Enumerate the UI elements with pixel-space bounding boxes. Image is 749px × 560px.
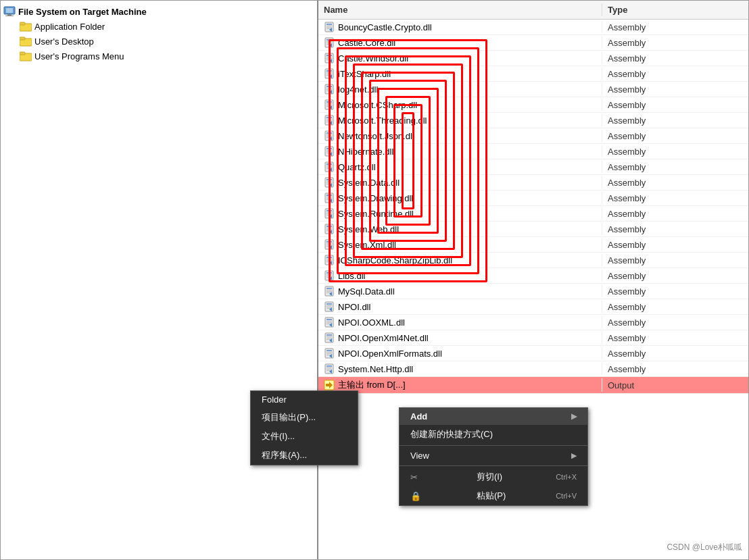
file-name-cell: Microsoft.CSharp.dll bbox=[318, 99, 602, 111]
svg-rect-98 bbox=[327, 246, 331, 247]
context-menu-left: Folder 项目输出(P)... 文件(I)... 程序集(A)... bbox=[250, 390, 358, 465]
file-row[interactable]: NHibernate.dllAssembly bbox=[318, 144, 748, 159]
file-row[interactable]: Microsoft.CSharp.dllAssembly bbox=[318, 97, 748, 113]
svg-rect-41 bbox=[327, 101, 332, 103]
file-name-text: NPOI.OOXML.dll bbox=[338, 317, 405, 328]
file-type-cell: Assembly bbox=[602, 161, 748, 173]
svg-rect-139 bbox=[327, 353, 332, 354]
menu-item-folder[interactable]: Folder bbox=[251, 391, 358, 408]
svg-rect-84 bbox=[327, 212, 332, 213]
file-type-cell: Assembly bbox=[602, 348, 748, 359]
file-name-cell: System.Xml.dll bbox=[318, 238, 602, 251]
file-row[interactable]: System.Data.dllAssembly bbox=[318, 175, 748, 190]
file-type-cell: Assembly bbox=[602, 208, 748, 220]
file-name-cell: ICSharpCode.SharpZipLib.dll bbox=[318, 254, 602, 266]
file-row[interactable]: Castle.Windsor.dllAssembly bbox=[318, 51, 748, 66]
svg-rect-95 bbox=[327, 241, 332, 243]
file-row[interactable]: Castle.Core.dllAssembly bbox=[318, 35, 748, 51]
file-type-cell: Assembly bbox=[602, 115, 748, 126]
file-row[interactable]: Quartz.dllAssembly bbox=[318, 159, 748, 175]
svg-rect-110 bbox=[327, 277, 331, 278]
file-type-cell: Assembly bbox=[602, 286, 748, 297]
file-row[interactable]: NPOI.OpenXmlFormats.dllAssembly bbox=[318, 346, 748, 361]
svg-rect-1 bbox=[6, 8, 13, 13]
svg-rect-62 bbox=[327, 153, 331, 153]
file-row[interactable]: ICSharpCode.SharpZipLib.dllAssembly bbox=[318, 253, 748, 268]
file-row[interactable]: 主输出 from D[...]Output bbox=[318, 377, 748, 394]
file-name-cell: System.Data.dll bbox=[318, 176, 602, 188]
tree-item-desktop[interactable]: User's Desktop bbox=[1, 34, 317, 49]
file-row[interactable]: log4net.dllAssembly bbox=[318, 82, 748, 97]
svg-rect-29 bbox=[327, 70, 332, 72]
file-icon bbox=[324, 130, 335, 141]
column-type: Type bbox=[602, 3, 748, 16]
svg-rect-12 bbox=[327, 26, 332, 26]
menu-item-add[interactable]: Add ▶ bbox=[400, 408, 587, 425]
file-icon bbox=[324, 332, 335, 343]
svg-rect-146 bbox=[327, 370, 331, 371]
svg-rect-56 bbox=[327, 137, 331, 138]
svg-rect-133 bbox=[327, 338, 332, 338]
file-name-text: NPOI.OpenXml4Net.dll bbox=[338, 333, 429, 343]
svg-rect-53 bbox=[327, 132, 332, 134]
file-row[interactable]: NPOI.dllAssembly bbox=[318, 299, 748, 315]
file-name-text: System.Drawing.dll bbox=[338, 193, 413, 203]
menu-item-cut[interactable]: ✂ 剪切(I) Ctrl+X bbox=[400, 467, 587, 486]
file-icon bbox=[324, 208, 335, 219]
file-type-cell: Output bbox=[602, 380, 748, 391]
file-row[interactable]: iTextSharp.dllAssembly bbox=[318, 66, 748, 82]
menu-item-file[interactable]: 文件(I)... bbox=[251, 427, 358, 446]
folder-icon-2 bbox=[20, 36, 32, 47]
menu-item-project-output[interactable]: 项目输出(P)... bbox=[251, 408, 358, 427]
file-row[interactable]: System.Runtime.dllAssembly bbox=[318, 206, 748, 222]
menu-item-view[interactable]: View ▶ bbox=[400, 447, 587, 464]
file-name-text: 主输出 from D[...] bbox=[338, 379, 406, 391]
file-name-cell: Newtonsoft.Json.dll bbox=[318, 130, 602, 142]
file-row[interactable]: Microsoft.Threading.dllAssembly bbox=[318, 113, 748, 128]
file-name-text: iTextSharp.dll bbox=[338, 69, 391, 79]
tree-item-app-folder[interactable]: Application Folder bbox=[1, 19, 317, 34]
file-name-cell: NPOI.OOXML.dll bbox=[318, 316, 602, 328]
file-type-cell: Assembly bbox=[602, 255, 748, 266]
file-row[interactable]: NPOI.OOXML.dllAssembly bbox=[318, 315, 748, 330]
file-name-text: Microsoft.CSharp.dll bbox=[338, 100, 417, 110]
file-name-text: Quartz.dll bbox=[338, 162, 376, 172]
tree-item-desktop-label: User's Desktop bbox=[34, 36, 94, 47]
tree-root[interactable]: File System on Target Machine bbox=[1, 4, 317, 19]
svg-rect-91 bbox=[327, 229, 332, 230]
svg-rect-78 bbox=[327, 197, 332, 197]
file-name-text: NPOI.dll bbox=[338, 302, 370, 312]
file-row[interactable]: System.Drawing.dllAssembly bbox=[318, 190, 748, 206]
tree-item-programs-menu[interactable]: User's Programs Menu bbox=[1, 49, 317, 63]
file-name-text: MySql.Data.dll bbox=[338, 286, 395, 297]
file-row[interactable]: System.Xml.dllAssembly bbox=[318, 237, 748, 253]
menu-item-assembly[interactable]: 程序集(A)... bbox=[251, 446, 358, 465]
file-name-cell: NPOI.OpenXmlFormats.dll bbox=[318, 347, 602, 359]
file-name-cell: BouncyCastle.Crypto.dll bbox=[318, 21, 602, 33]
file-type-cell: Assembly bbox=[602, 68, 748, 80]
file-name-cell: NPOI.dll bbox=[318, 301, 602, 313]
column-name: Name bbox=[318, 3, 602, 16]
menu-item-create-shortcut[interactable]: 创建新的快捷方式(C) bbox=[400, 425, 587, 444]
svg-rect-108 bbox=[327, 274, 332, 275]
file-row[interactable]: System.Web.dllAssembly bbox=[318, 222, 748, 237]
svg-rect-97 bbox=[327, 245, 332, 245]
svg-rect-90 bbox=[327, 228, 332, 228]
file-row[interactable]: Newtonsoft.Json.dllAssembly bbox=[318, 128, 748, 144]
file-name-text: Castle.Windsor.dll bbox=[338, 53, 408, 63]
file-row[interactable]: MySql.Data.dllAssembly bbox=[318, 284, 748, 299]
file-row[interactable]: Libs.dllAssembly bbox=[318, 268, 748, 284]
context-menu-right: Add ▶ 创建新的快捷方式(C) View ▶ ✂ 剪切(I) Ctrl+X … bbox=[399, 407, 588, 506]
file-icon bbox=[324, 115, 335, 126]
svg-rect-72 bbox=[327, 181, 332, 182]
svg-rect-25 bbox=[327, 58, 332, 59]
file-name-cell: MySql.Data.dll bbox=[318, 285, 602, 297]
svg-rect-55 bbox=[327, 136, 332, 136]
file-row[interactable]: NPOI.OpenXml4Net.dllAssembly bbox=[318, 330, 748, 346]
file-row[interactable]: System.Net.Http.dllAssembly bbox=[318, 361, 748, 377]
file-row[interactable]: BouncyCastle.Crypto.dllAssembly bbox=[318, 20, 748, 35]
menu-item-paste[interactable]: 🔒 粘贴(P) Ctrl+V bbox=[400, 486, 587, 505]
svg-rect-113 bbox=[327, 288, 332, 289]
file-icon bbox=[324, 348, 335, 359]
file-icon bbox=[324, 317, 335, 328]
